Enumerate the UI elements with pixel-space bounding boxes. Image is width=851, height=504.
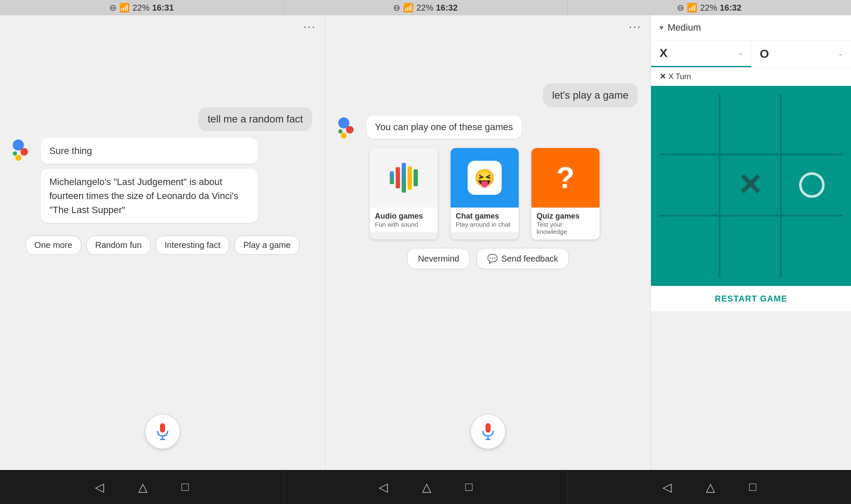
chip-interesting-fact[interactable]: Interesting fact (156, 236, 229, 255)
game-cards-section: Audio games Fun with sound 😝 Chat games … (357, 148, 619, 239)
chat-card-image: 😝 (451, 148, 519, 208)
dot-green-1 (13, 151, 17, 156)
ttt-cell-8[interactable] (782, 216, 842, 277)
audio-card-sub: Fun with sound (375, 221, 433, 228)
ttt-cell-5[interactable] (782, 155, 842, 216)
chip-play-game[interactable]: Play a game (234, 236, 300, 255)
restart-game-button[interactable]: RESTART GAME (651, 286, 851, 311)
panel1-assistant-row: Sure thing Michelangelo's "Last Judgemen… (13, 138, 312, 223)
status-panel2-time: 16:32 (436, 3, 457, 13)
status-panel3-battery: 22% (700, 3, 717, 13)
chip-one-more[interactable]: One more (26, 236, 81, 255)
panel1-chat: tell me a random fact Sure thing Michela… (0, 15, 325, 231)
back-button-2[interactable]: ◁ (379, 480, 388, 494)
recent-button-1[interactable]: □ (182, 480, 189, 494)
home-button-1[interactable]: △ (138, 480, 148, 494)
panel2-mic-container (471, 415, 505, 449)
quiz-card-info: Quiz games Test your knowledge (531, 208, 600, 239)
status-panel3-icon: ⊖ (677, 3, 684, 13)
back-button-1[interactable]: ◁ (95, 480, 104, 494)
chat-card-sub: Play around in chat (456, 221, 514, 228)
panel2-menu-button[interactable]: ⋮ (628, 21, 642, 34)
mic-icon-2 (481, 423, 495, 440)
panel1-menu-button[interactable]: ⋮ (303, 21, 317, 34)
dot-red-2 (346, 126, 354, 134)
status-panel3-wifi: 📶 (687, 3, 697, 13)
ttt-cell-6[interactable] (660, 216, 720, 277)
bottom-nav: ◁ △ □ ◁ △ □ ◁ △ □ (0, 470, 851, 504)
send-feedback-button[interactable]: 💬 Send feedback (477, 248, 568, 269)
game-card-audio[interactable]: Audio games Fun with sound (370, 148, 438, 239)
audio-card-title: Audio games (375, 212, 433, 221)
nav-section-1: ◁ △ □ (0, 470, 284, 504)
game-card-quiz[interactable]: ? Quiz games Test your knowledge (531, 148, 600, 239)
recent-button-2[interactable]: □ (465, 480, 473, 494)
panel2-assistant-row: You can play one of these games (338, 116, 638, 140)
panel2-chat: let's play a game You can play one of th… (326, 15, 651, 148)
home-button-3[interactable]: △ (706, 480, 715, 494)
sound-wave-icon (390, 163, 418, 193)
status-panel1-wifi: 📶 (119, 3, 130, 13)
ttt-cell-7[interactable] (720, 216, 781, 277)
status-panel2-icon: ⊖ (393, 3, 400, 13)
back-button-3[interactable]: ◁ (663, 480, 672, 494)
ttt-header: ▾ Medium (651, 15, 851, 40)
panel2-mic-button[interactable] (471, 415, 505, 449)
status-panel1-time: 16:31 (152, 3, 174, 13)
ttt-cell-0[interactable] (660, 94, 720, 155)
ttt-cell-2[interactable] (782, 94, 842, 155)
status-bar: ⊖ 📶 22% 16:31 ⊖ 📶 22% 16:32 ⊖ 📶 22% 16:3… (0, 0, 851, 15)
status-panel1: ⊖ 📶 22% 16:31 (0, 0, 284, 15)
dot-yellow-1 (15, 155, 21, 161)
status-panel3-time: 16:32 (720, 3, 741, 13)
chat-bubble-icon: 😝 (468, 161, 502, 195)
chat-card-info: Chat games Play around in chat (451, 208, 519, 232)
status-panel2-battery: 22% (416, 3, 433, 13)
feedback-label: Send feedback (501, 254, 558, 264)
turn-indicator: ✕ X Turn (651, 68, 851, 86)
ttt-board-container: ✕ (651, 86, 851, 286)
status-panel2: ⊖ 📶 22% 16:32 (284, 0, 568, 15)
player-o-symbol: O (760, 47, 769, 61)
turn-text: X Turn (668, 72, 691, 81)
assistant-logo-2 (338, 117, 360, 140)
dot-red-1 (20, 148, 28, 156)
panel-random-fact: ⋮ tell me a random fact Sure thing Miche… (0, 15, 326, 470)
player-o-score-value: - (839, 48, 842, 60)
quiz-card-sub: Test your knowledge (537, 221, 594, 235)
panel1-fact-text: Michelangelo's "Last Judgement" is about… (41, 169, 258, 223)
panel2-action-row: Nevermind 💬 Send feedback (394, 239, 581, 278)
assistant-logo-1 (13, 140, 35, 162)
player-o-score: O - (751, 40, 851, 67)
dot-yellow-2 (341, 133, 347, 139)
ttt-board: ✕ (660, 94, 842, 277)
svg-rect-3 (485, 423, 491, 433)
panel1-assistant-text: Sure thing (41, 138, 258, 164)
mic-icon-1 (156, 423, 169, 440)
recent-button-3[interactable]: □ (749, 480, 757, 494)
ttt-cell-1[interactable] (720, 94, 781, 155)
panel1-chips: One more Random fun Interesting fact Pla… (13, 231, 312, 259)
main-area: ⋮ tell me a random fact Sure thing Miche… (0, 15, 851, 470)
chip-random-fun[interactable]: Random fun (86, 236, 151, 255)
quiz-icon: ? (557, 161, 575, 195)
panel1-mic-button[interactable] (146, 415, 180, 449)
dropdown-arrow-icon[interactable]: ▾ (660, 23, 663, 32)
feedback-icon: 💬 (487, 253, 498, 264)
game-card-chat[interactable]: 😝 Chat games Play around in chat (451, 148, 519, 239)
player-x-score-value: - (739, 47, 742, 59)
panel1-user-message: tell me a random fact (198, 107, 312, 131)
turn-symbol: ✕ (660, 72, 666, 81)
player-scores: X - O - (651, 40, 851, 68)
home-button-2[interactable]: △ (422, 480, 431, 494)
ttt-cell-4[interactable]: ✕ (720, 155, 781, 216)
audio-card-info: Audio games Fun with sound (370, 208, 438, 232)
player-x-score: X - (651, 40, 751, 67)
nav-section-2: ◁ △ □ (284, 470, 568, 504)
status-panel3: ⊖ 📶 22% 16:32 (568, 0, 851, 15)
nav-section-3: ◁ △ □ (568, 470, 851, 504)
panel2-user-message: let's play a game (543, 83, 638, 107)
nevermind-button[interactable]: Nevermind (407, 248, 470, 269)
status-panel1-icon: ⊖ (109, 3, 117, 13)
ttt-cell-3[interactable] (660, 155, 720, 216)
